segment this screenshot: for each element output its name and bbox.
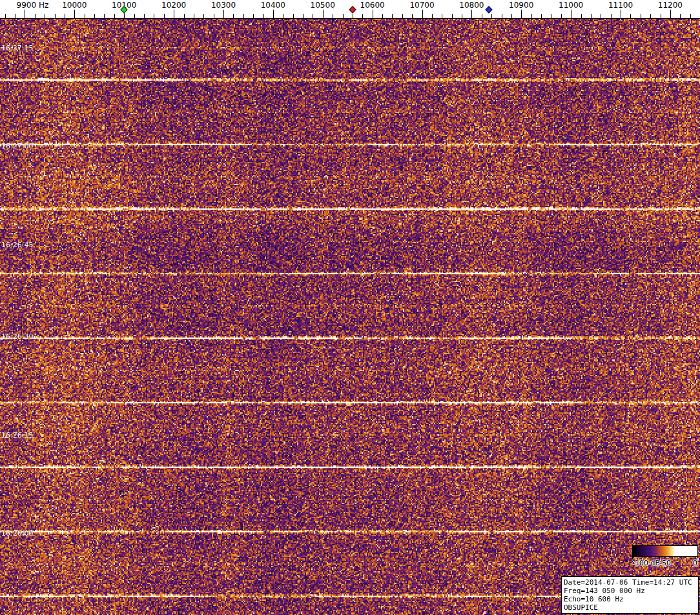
freq-tick-minor (214, 14, 214, 18)
freq-tick-minor (5, 14, 6, 18)
spectrogram-screen: 9900 Hz100001010010200103001040010500106… (0, 0, 700, 615)
info-line-station: OBSUPICE (564, 603, 696, 612)
blue-marker[interactable] (486, 6, 493, 13)
freq-tick-minor (581, 14, 582, 18)
freq-tick-major (25, 10, 25, 18)
freq-tick-major (174, 10, 174, 18)
freq-tick-label: 10500 (311, 1, 335, 10)
colorbar-gradient (632, 545, 698, 557)
freq-tick-minor (591, 14, 592, 18)
waterfall-spectrogram (0, 19, 700, 615)
freq-tick-minor (203, 14, 204, 18)
freq-tick-minor (263, 14, 264, 18)
freq-tick-minor (491, 14, 492, 18)
freq-tick-label: 10900 (509, 1, 533, 10)
freq-tick-minor (561, 14, 562, 18)
freq-tick-minor (601, 14, 601, 18)
freq-tick-minor (452, 14, 453, 18)
freq-tick-minor (442, 14, 442, 18)
frequency-axis: 9900 Hz100001010010200103001040010500106… (0, 0, 700, 19)
info-line-echo: Echo=10 600 Hz (564, 595, 696, 603)
freq-tick-label: 11000 (559, 1, 583, 10)
freq-tick-minor (253, 14, 254, 18)
freq-tick-minor (353, 14, 353, 18)
freq-tick-major (373, 10, 373, 18)
freq-tick-minor (283, 14, 283, 18)
freq-tick-label: 10800 (459, 1, 484, 10)
freq-tick-minor (641, 14, 641, 18)
freq-tick-minor (45, 14, 45, 18)
freq-tick-minor (94, 14, 95, 18)
freq-tick-minor (104, 14, 105, 18)
colorbar-labels: -100 dB -50 0 (632, 559, 698, 567)
observation-info-box: Date=2014-07-06 Time=14:27 UTC Freq=143 … (561, 576, 699, 614)
freq-tick-label: 10400 (261, 1, 285, 10)
freq-tick-minor (382, 14, 383, 18)
colorbar-legend: -100 dB -50 0 (632, 545, 698, 567)
freq-tick-minor (462, 14, 462, 18)
freq-tick-minor (303, 14, 304, 18)
freq-tick-label: 9900 Hz (17, 1, 49, 10)
freq-tick-minor (144, 14, 145, 18)
freq-tick-minor (313, 14, 313, 18)
freq-tick-minor (55, 14, 56, 18)
freq-tick-major (273, 10, 274, 18)
freq-tick-label: 10600 (360, 1, 385, 10)
freq-tick-label: 11200 (658, 1, 683, 10)
freq-tick-minor (551, 14, 551, 18)
freq-tick-minor (35, 14, 36, 18)
info-line-freq: Freq=143 050 000 Hz (564, 587, 696, 595)
freq-tick-minor (690, 14, 691, 18)
freq-tick-label: 10300 (211, 1, 236, 10)
freq-tick-minor (333, 14, 333, 18)
freq-tick-minor (392, 14, 393, 18)
freq-tick-minor (511, 14, 512, 18)
freq-tick-minor (661, 14, 661, 18)
freq-tick-major (571, 10, 571, 18)
freq-tick-minor (502, 14, 502, 18)
info-line-date: Date=2014-07-06 Time=14:27 UTC (564, 578, 696, 587)
freq-tick-major (74, 10, 75, 18)
freq-tick-minor (134, 14, 135, 18)
time-label: 16:26:00 (1, 529, 33, 538)
freq-tick-minor (154, 14, 154, 18)
freq-tick-minor (402, 14, 403, 18)
freq-tick-minor (114, 14, 115, 18)
freq-tick-minor (412, 14, 413, 18)
colorbar-label-min: -100 dB (632, 559, 660, 567)
time-label: 16:27:00 (1, 142, 33, 151)
freq-tick-major (521, 10, 522, 18)
red-marker[interactable] (349, 6, 356, 13)
freq-tick-major (323, 10, 324, 18)
freq-tick-label: 10700 (409, 1, 434, 10)
freq-tick-minor (343, 14, 344, 18)
freq-tick-minor (482, 14, 482, 18)
freq-tick-minor (611, 14, 612, 18)
freq-tick-minor (531, 14, 532, 18)
freq-tick-minor (362, 14, 363, 18)
freq-tick-minor (85, 14, 85, 18)
time-label: 16:26:45 (1, 241, 33, 250)
colorbar-label-max: 0 (693, 559, 697, 567)
freq-tick-minor (65, 14, 65, 18)
freq-tick-minor (233, 14, 234, 18)
freq-tick-minor (432, 14, 433, 18)
freq-tick-major (670, 10, 671, 18)
freq-tick-minor (650, 14, 651, 18)
freq-tick-minor (680, 14, 681, 18)
freq-tick-major (471, 10, 472, 18)
freq-tick-minor (630, 14, 631, 18)
time-label: 16:27:15 (1, 44, 33, 53)
freq-tick-label: 11100 (608, 1, 633, 10)
freq-tick-major (422, 10, 423, 18)
freq-tick-minor (184, 14, 185, 18)
freq-tick-major (621, 10, 621, 18)
freq-tick-minor (164, 14, 165, 18)
freq-tick-minor (15, 14, 15, 18)
freq-tick-major (223, 10, 224, 18)
freq-tick-minor (293, 14, 294, 18)
freq-tick-minor (194, 14, 194, 18)
freq-tick-minor (243, 14, 244, 18)
colorbar-label-mid: -50 (659, 559, 671, 567)
freq-tick-minor (541, 14, 542, 18)
